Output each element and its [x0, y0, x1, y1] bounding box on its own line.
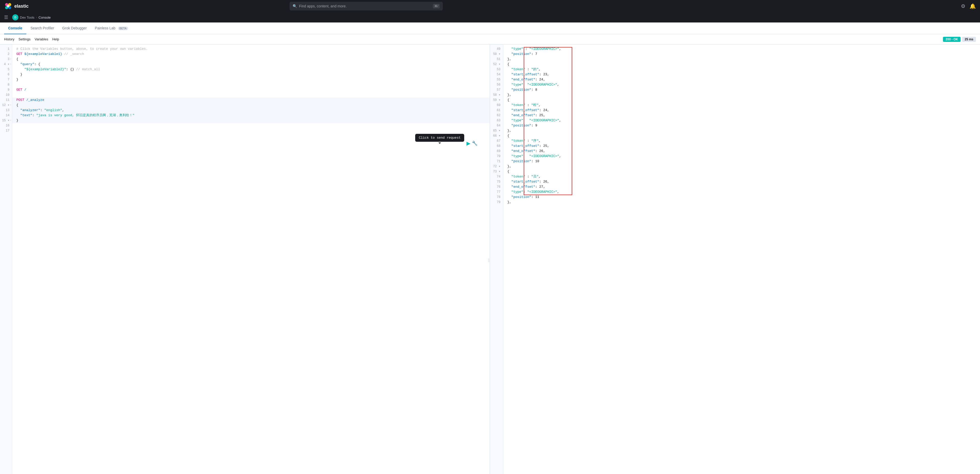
output-line-76: "end_offset": 27, — [503, 185, 980, 189]
output-line-53: "token" : "的", — [503, 67, 980, 72]
line-num-4: 4 ▾ — [0, 62, 12, 67]
search-icon: 🔍 — [293, 4, 297, 8]
panel-divider[interactable]: ‖ — [488, 255, 490, 265]
out-ln-59: 59 ▾ — [490, 97, 503, 103]
breadcrumb-parent[interactable]: Dev Tools — [20, 16, 35, 19]
output-lines[interactable]: "type" : "<IDEOGRAPHIC>", "position": 7 … — [503, 45, 980, 474]
output-line-51: }, — [503, 57, 980, 62]
output-line-67: "token" : "序", — [503, 138, 980, 143]
code-line-6: } — [12, 72, 490, 77]
code-line-14: "text": "java is very good, 怀旧是真的程序员啊，芜湖… — [12, 113, 490, 118]
output-line-75: "start_offset": 26, — [503, 179, 980, 185]
out-ln-73: 73 ▾ — [490, 169, 503, 174]
line-num-10: 10 — [0, 92, 12, 97]
line-num-1: 1 — [0, 46, 12, 52]
out-ln-63: 63 — [490, 118, 503, 123]
line-num-12: 12 ▾ — [0, 103, 12, 108]
output-line-64: "position": 9 — [503, 123, 980, 128]
out-ln-62: 62 — [490, 113, 503, 118]
out-ln-60: 60 — [490, 103, 503, 108]
output-line-56: "type" "<IDEOGRAPHIC>", — [503, 82, 980, 87]
out-ln-54: 54 — [490, 72, 503, 77]
output-line-77: "type": "<IDEOGRAPHIC>", — [503, 189, 980, 195]
editor-line-numbers: 1 2 3 4 ▾ 5 6 7 8 9 10 11 12 ▾ 13 14 15 … — [0, 45, 12, 474]
output-line-72: }, — [503, 164, 980, 169]
out-ln-55: 55 — [490, 77, 503, 82]
hamburger-menu[interactable]: ☰ — [4, 14, 8, 20]
output-line-70: "type" "<IDEOGRAPHIC>", — [503, 154, 980, 159]
out-ln-53: 53 — [490, 67, 503, 72]
painless-lab-badge: BETA — [118, 27, 128, 30]
out-ln-79: 79 — [490, 200, 503, 205]
output-panel: 49 50 ▾ 51 52 ▾ 53 54 55 56 57 58 ▾ 59 ▾… — [490, 45, 980, 474]
user-settings-icon[interactable]: ⚙ — [961, 3, 966, 9]
out-ln-75: 75 — [490, 179, 503, 185]
out-ln-74: 74 — [490, 174, 503, 179]
out-ln-68: 68 — [490, 143, 503, 149]
output-line-66: { — [503, 133, 980, 138]
output-line-69: "end_offset": 26, — [503, 149, 980, 154]
breadcrumb-separator: › — [36, 16, 37, 19]
out-ln-72: 72 ▾ — [490, 164, 503, 169]
tab-painless-lab[interactable]: Painless Lab BETA — [91, 22, 132, 34]
notifications-icon[interactable]: 🔔 — [969, 3, 976, 9]
line-num-2: 2 — [0, 52, 12, 57]
out-ln-52: 52 ▾ — [490, 62, 503, 67]
code-line-10 — [12, 92, 490, 97]
line-num-3: 3 — [0, 57, 12, 62]
history-button[interactable]: History — [4, 37, 14, 41]
elastic-logo[interactable]: elastic — [4, 2, 29, 10]
tab-grok-debugger[interactable]: Grok Debugger — [58, 22, 91, 34]
line-num-11: 11 — [0, 97, 12, 103]
play-button-overlay: ▶ 🔧 — [466, 140, 477, 146]
settings-button[interactable]: Settings — [18, 37, 30, 41]
global-search[interactable]: 🔍 Find apps, content, and more. ⌘/ — [290, 2, 443, 11]
output-line-52: { — [503, 62, 980, 67]
variables-button[interactable]: Variables — [35, 37, 48, 41]
line-num-8: 8 — [0, 82, 12, 87]
breadcrumb-bar: ☰ D Dev Tools › Console — [0, 12, 980, 22]
app-name: elastic — [14, 3, 29, 9]
editor-panel[interactable]: 1 2 3 4 ▾ 5 6 7 8 9 10 11 12 ▾ 13 14 15 … — [0, 45, 490, 474]
out-ln-49: 49 — [490, 46, 503, 52]
code-line-9: GET / — [12, 87, 490, 92]
out-ln-67: 67 — [490, 138, 503, 143]
top-nav: elastic 🔍 Find apps, content, and more. … — [0, 0, 980, 12]
wrench-button[interactable]: 🔧 — [472, 140, 477, 146]
out-ln-58: 58 ▾ — [490, 92, 503, 97]
svg-point-5 — [7, 5, 10, 7]
output-line-50: "position": 7 — [503, 52, 980, 57]
line-num-7: 7 — [0, 77, 12, 82]
output-line-61: "start_offset": 24, — [503, 108, 980, 113]
out-ln-77: 77 — [490, 189, 503, 195]
output-line-55: "end_offset": 24, — [503, 77, 980, 82]
output-line-57: "position": 8 — [503, 87, 980, 92]
line-num-6: 6 — [0, 72, 12, 77]
tab-console[interactable]: Console — [4, 22, 26, 34]
tab-search-profiler[interactable]: Search Profiler — [26, 22, 58, 34]
out-ln-78: 78 — [490, 195, 503, 200]
out-ln-70: 70 — [490, 154, 503, 159]
status-ok-badge: 200 - OK — [943, 37, 961, 42]
line-num-9: 9 — [0, 87, 12, 92]
output-line-78: "position": 11 — [503, 195, 980, 200]
line-num-13: 13 — [0, 108, 12, 113]
out-ln-56: 56 — [490, 82, 503, 87]
code-line-13: "analyzer": "english", — [12, 108, 490, 113]
out-ln-50: 50 ▾ — [490, 52, 503, 57]
status-time-badge: 25 ms — [962, 37, 976, 42]
code-line-16 — [12, 123, 490, 128]
play-button[interactable]: ▶ — [466, 140, 470, 146]
code-lines[interactable]: # Click the Variables button, above, to … — [12, 45, 490, 474]
output-line-65: }, — [503, 128, 980, 133]
code-line-5: "${exampleVariable2}": {} // match_all — [12, 67, 490, 72]
send-request-tooltip: Click to send request — [415, 134, 464, 142]
line-num-16: 16 — [0, 123, 12, 128]
out-ln-71: 71 — [490, 159, 503, 164]
out-ln-66: 66 ▾ — [490, 133, 503, 138]
action-bar: History Settings Variables Help 200 - OK… — [0, 34, 980, 45]
breadcrumb-current: Console — [38, 16, 51, 19]
out-ln-76: 76 — [490, 185, 503, 189]
help-button[interactable]: Help — [52, 37, 59, 41]
code-line-3: { — [12, 57, 490, 62]
